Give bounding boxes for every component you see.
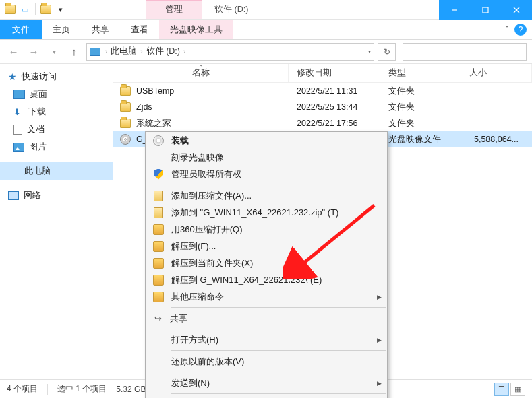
- desktop-icon: [13, 90, 25, 99]
- minimize-button[interactable]: [439, 0, 470, 20]
- ctx-add-zip[interactable]: 添加到 "G_WIN11_X64_22621.232.zip" (T): [146, 204, 387, 221]
- chevron-right-icon[interactable]: ›: [103, 48, 109, 55]
- share-icon: ↪: [152, 313, 163, 324]
- ctx-admin-ownership[interactable]: 管理员取得所有权: [146, 166, 387, 183]
- menu-separator: [171, 350, 386, 351]
- toolbar-overflow-icon[interactable]: ▾: [55, 3, 67, 15]
- box-icon: [153, 224, 164, 235]
- pc-icon: [8, 167, 20, 176]
- status-size: 5.32 GB: [116, 385, 146, 394]
- icons-view-button[interactable]: ▦: [510, 383, 525, 396]
- ctx-open-with[interactable]: 打开方式(H): [146, 331, 387, 348]
- column-headers: ⌃名称 修改日期 类型 大小: [113, 64, 532, 83]
- file-row[interactable]: Zjds 2022/5/25 13:44 文件夹: [113, 99, 532, 115]
- archive-icon: [154, 191, 163, 201]
- file-row[interactable]: 系统之家 2022/5/21 17:56 文件夹: [113, 115, 532, 131]
- quick-access-toolbar: ▭ ▾: [0, 0, 77, 19]
- file-date: 2022/5/25 13:44: [289, 102, 380, 112]
- ctx-other-compress[interactable]: 其他压缩命令: [146, 288, 387, 305]
- menu-separator: [171, 372, 386, 372]
- contextual-tab-header: 管理: [146, 0, 202, 19]
- maximize-button[interactable]: [470, 0, 501, 20]
- document-icon: [13, 125, 22, 135]
- tab-view[interactable]: 查看: [120, 20, 159, 39]
- file-date: 2022/5/21 17:56: [289, 119, 380, 128]
- status-item-count: 4 个项目: [7, 383, 38, 395]
- file-date: 2022/5/21 11:31: [289, 86, 380, 96]
- archive-icon: [154, 207, 163, 218]
- up-button[interactable]: ↑: [66, 44, 82, 60]
- nav-downloads[interactable]: ⬇下载: [0, 103, 113, 121]
- nav-this-pc[interactable]: 此电脑: [0, 162, 113, 180]
- file-name: USBTemp: [136, 86, 174, 96]
- breadcrumb-this-pc[interactable]: 此电脑: [111, 46, 137, 57]
- nav-desktop[interactable]: 桌面: [0, 86, 113, 103]
- context-menu: 装载 刻录光盘映像 管理员取得所有权 添加到压缩文件(A)... 添加到 "G_…: [145, 131, 388, 398]
- nav-documents[interactable]: 文档: [0, 121, 113, 138]
- window-title: 软件 (D:): [202, 0, 260, 19]
- tab-disc-image-tools[interactable]: 光盘映像工具: [159, 20, 233, 39]
- titlebar: ▭ ▾ 管理 软件 (D:): [0, 0, 532, 20]
- tab-home[interactable]: 主页: [42, 20, 81, 39]
- breadcrumb-drive[interactable]: 软件 (D:): [146, 46, 180, 57]
- search-box[interactable]: [403, 43, 527, 61]
- pictures-icon: [13, 143, 24, 152]
- ctx-extract-here[interactable]: 解压到当前文件夹(X): [146, 255, 387, 271]
- nav-pictures[interactable]: 图片: [0, 138, 113, 156]
- box-icon: [153, 292, 164, 302]
- box-icon: [153, 275, 164, 286]
- recent-locations-icon[interactable]: ▾: [46, 44, 62, 60]
- new-folder-icon[interactable]: [40, 3, 52, 15]
- ctx-burn[interactable]: 刻录光盘映像: [146, 149, 387, 166]
- file-type: 文件夹: [380, 102, 461, 113]
- refresh-button[interactable]: ↻: [378, 43, 396, 61]
- ctx-send-to[interactable]: 发送到(N): [146, 374, 387, 391]
- disc-image-icon: [120, 134, 131, 145]
- ctx-open-360[interactable]: 用360压缩打开(Q): [146, 221, 387, 238]
- toolbar-separator: [71, 3, 71, 15]
- address-bar-row: ← → ▾ ↑ › 此电脑 › 软件 (D:) › ▾ ↻: [0, 40, 532, 64]
- column-size[interactable]: 大小: [461, 64, 532, 82]
- address-bar[interactable]: › 此电脑 › 软件 (D:) › ▾: [86, 43, 374, 61]
- file-size: 5,588,064...: [461, 135, 532, 144]
- file-name: Zjds: [136, 102, 152, 112]
- ctx-mount[interactable]: 装载: [146, 132, 387, 149]
- ribbon-tabs: 文件 主页 共享 查看 光盘映像工具 ˄ ?: [0, 20, 532, 40]
- view-toggles: ☰ ▦: [494, 383, 525, 396]
- ctx-add-archive[interactable]: 添加到压缩文件(A)...: [146, 187, 387, 204]
- download-icon: ⬇: [13, 107, 24, 117]
- column-name[interactable]: ⌃名称: [113, 64, 289, 82]
- properties-icon[interactable]: ▭: [19, 3, 31, 15]
- ctx-restore-previous[interactable]: 还原以前的版本(V): [146, 353, 387, 370]
- shield-icon: [154, 169, 163, 180]
- column-type[interactable]: 类型: [380, 64, 461, 82]
- window-controls: [439, 0, 532, 19]
- chevron-right-icon[interactable]: ›: [181, 48, 187, 55]
- box-icon: [153, 258, 164, 269]
- collapse-ribbon-icon[interactable]: ˄: [505, 25, 509, 34]
- menu-separator: [171, 329, 386, 329]
- ctx-extract-named[interactable]: 解压到 G_WIN11_X64_22621.232\ (E): [146, 271, 387, 288]
- close-button[interactable]: [501, 0, 532, 20]
- address-dropdown-icon[interactable]: ▾: [368, 48, 371, 55]
- file-tab[interactable]: 文件: [0, 20, 42, 39]
- back-button[interactable]: ←: [5, 44, 22, 60]
- forward-button[interactable]: →: [26, 44, 42, 60]
- folder-icon: [120, 102, 131, 112]
- status-separator: [47, 384, 48, 395]
- file-row[interactable]: USBTemp 2022/5/21 11:31 文件夹: [113, 83, 532, 99]
- folder-icon: [120, 119, 131, 128]
- system-menu-icon[interactable]: [4, 3, 16, 15]
- nav-quick-access[interactable]: ★快速访问: [0, 68, 113, 86]
- file-type: 光盘映像文件: [380, 134, 461, 145]
- help-icon[interactable]: ?: [514, 24, 527, 36]
- tab-share[interactable]: 共享: [81, 20, 120, 39]
- sort-ascending-icon: ⌃: [198, 64, 204, 71]
- chevron-right-icon[interactable]: ›: [138, 48, 144, 55]
- ctx-extract-to[interactable]: 解压到(F)...: [146, 238, 387, 255]
- menu-separator: [171, 185, 386, 185]
- nav-network[interactable]: 网络: [0, 187, 113, 204]
- details-view-button[interactable]: ☰: [494, 383, 509, 396]
- column-date[interactable]: 修改日期: [289, 64, 380, 82]
- ctx-share[interactable]: ↪共享: [146, 310, 387, 327]
